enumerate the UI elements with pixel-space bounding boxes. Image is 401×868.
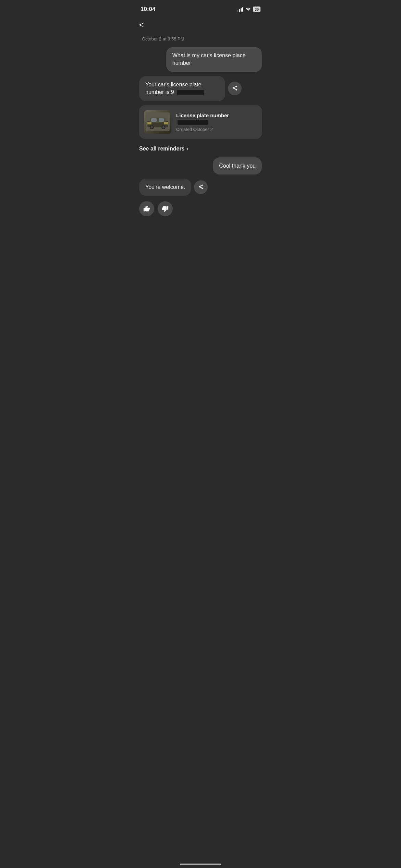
thumbs-down-button[interactable]	[158, 201, 173, 216]
header: <	[134, 16, 267, 35]
reminder-card[interactable]: License plate number Created October 2	[139, 105, 262, 139]
user-bubble-1: What is my car's license place number	[166, 47, 262, 72]
svg-point-0	[248, 10, 248, 11]
svg-point-7	[151, 126, 153, 128]
reminder-card-title: License plate number	[176, 112, 257, 125]
share-button-2[interactable]	[194, 180, 208, 194]
assistant-message-1: Your car's license plate number is 9	[139, 76, 262, 101]
assistant-bubble-2: You're welcome.	[139, 179, 191, 196]
see-all-reminders-link[interactable]: See all reminders ›	[139, 143, 262, 153]
svg-rect-10	[147, 122, 151, 124]
thumbs-up-button[interactable]	[139, 201, 154, 216]
conversation-timestamp: October 2 at 9:55 PM	[134, 35, 267, 47]
battery-icon: 36	[253, 7, 260, 12]
svg-point-9	[162, 126, 165, 128]
redacted-plate-1	[177, 90, 204, 95]
car-thumbnail-icon	[146, 112, 170, 131]
see-all-reminders-label: See all reminders	[139, 146, 185, 152]
signal-icon	[237, 7, 243, 12]
status-bar: 10:04 36	[134, 0, 267, 16]
user-message-1: What is my car's license place number	[139, 47, 262, 72]
assistant-bubble-1: Your car's license plate number is 9	[139, 76, 225, 101]
reminder-card-date: Created October 2	[176, 127, 257, 132]
status-icons: 36	[237, 7, 260, 12]
redacted-plate-card	[178, 120, 208, 125]
wifi-icon	[245, 7, 251, 12]
feedback-buttons	[139, 200, 262, 220]
svg-rect-5	[159, 118, 164, 122]
user-bubble-2: Cool thank you	[213, 157, 262, 174]
chevron-right-icon: ›	[187, 146, 189, 152]
share-button-1[interactable]	[228, 82, 242, 95]
svg-rect-11	[164, 122, 168, 124]
svg-rect-4	[151, 118, 157, 122]
chat-container: What is my car's license place number Yo…	[134, 47, 267, 220]
user-message-2: Cool thank you	[139, 157, 262, 174]
reminder-card-info: License plate number Created October 2	[176, 112, 257, 132]
car-image	[144, 110, 171, 134]
assistant-message-2: You're welcome.	[139, 179, 262, 196]
status-time: 10:04	[141, 6, 155, 13]
back-button[interactable]: <	[139, 19, 146, 31]
